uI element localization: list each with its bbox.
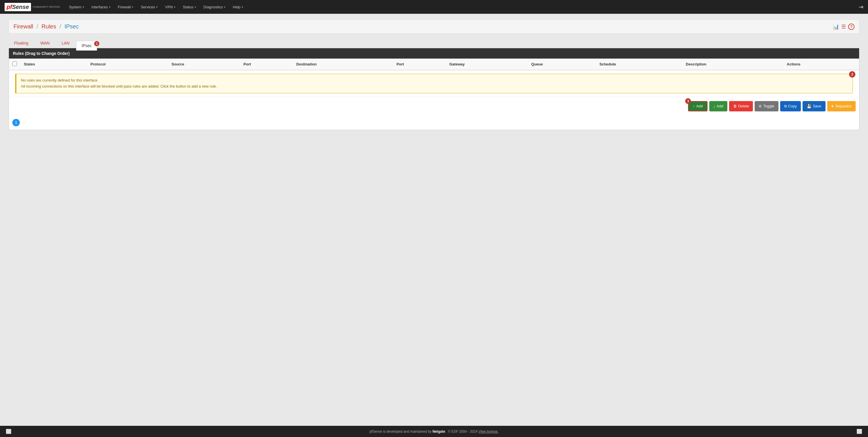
nav-vpn[interactable]: VPN ▾ xyxy=(162,1,179,13)
separator-button[interactable]: + Separator xyxy=(827,101,856,112)
toggle-label: Toggle xyxy=(763,104,774,108)
col-gateway: Gateway xyxy=(446,59,528,70)
nav-status[interactable]: Status ▾ xyxy=(179,1,199,13)
navbar-brand: pfSense COMMUNITY EDITION xyxy=(5,3,60,11)
add-down-label: Add xyxy=(717,104,723,108)
col-schedule: Schedule xyxy=(596,59,682,70)
rules-table-body: No rules are currently defined for this … xyxy=(9,70,859,97)
toggle-button[interactable]: ⊘ Toggle xyxy=(755,101,778,112)
main-content: Firewall / Rules / IPsec 📊 ☰ ? Floating … xyxy=(0,14,868,426)
nav-services[interactable]: Services ▾ xyxy=(137,1,161,13)
no-rules-row: No rules are currently defined for this … xyxy=(9,70,859,97)
add-up-btn-wrap: 3 ↑ Add xyxy=(688,101,707,112)
breadcrumb-rules[interactable]: Rules xyxy=(42,23,56,30)
add-down-icon: ↓ xyxy=(713,104,715,108)
select-all-checkbox[interactable] xyxy=(12,61,17,66)
tab-ipsec[interactable]: IPsec xyxy=(76,41,97,51)
copy-label: Copy xyxy=(788,104,797,108)
step-badge-3: 3 xyxy=(685,98,691,104)
col-port-src: Port xyxy=(240,59,293,70)
footer-text: pfSense is developed and maintained by N… xyxy=(369,430,499,434)
add-up-label: Add xyxy=(696,104,703,108)
separator-icon: + xyxy=(831,104,834,109)
add-up-button[interactable]: ↑ Add xyxy=(688,101,707,112)
warning-line2: All incoming connections on this interfa… xyxy=(21,84,848,90)
col-source: Source xyxy=(168,59,240,70)
nav-help[interactable]: Help ▾ xyxy=(229,1,247,13)
toggle-icon: ⊘ xyxy=(758,104,762,108)
tab-lan[interactable]: LAN xyxy=(56,38,75,48)
tab-ipsec-wrapper: IPsec 1 xyxy=(76,43,97,48)
warning-badge: 2 xyxy=(849,71,856,77)
delete-label: Delete xyxy=(738,104,749,108)
rules-header: Rules (Drag to Change Order) xyxy=(9,48,859,59)
tabs: Floating WAN LAN IPsec 1 xyxy=(9,38,859,48)
nav-firewall[interactable]: Firewall ▾ xyxy=(115,1,137,13)
col-queue: Queue xyxy=(528,59,596,70)
rules-table: States Protocol Source Port Destination … xyxy=(9,59,859,97)
navbar-logo: pfSense xyxy=(5,3,31,11)
footer-copyright: . © ESF 2004 - 2024 xyxy=(446,430,477,434)
tab-floating[interactable]: Floating xyxy=(9,38,34,48)
breadcrumb-current: IPsec xyxy=(64,23,79,30)
copy-button[interactable]: ⧉ Copy xyxy=(780,101,801,112)
col-destination: Destination xyxy=(293,59,393,70)
footer-left-icon[interactable]: ⬜ xyxy=(6,429,11,434)
nav-menu: System ▾ Interfaces ▾ Firewall ▾ Service… xyxy=(65,1,247,13)
breadcrumb-panel: Firewall / Rules / IPsec 📊 ☰ ? xyxy=(9,20,859,34)
footer-right-icon[interactable]: ⬜ xyxy=(857,429,862,434)
breadcrumb-sep-1: / xyxy=(36,23,38,30)
footer-license-link[interactable]: View license. xyxy=(478,430,499,434)
col-actions: Actions xyxy=(783,59,859,70)
info-section: i xyxy=(9,116,859,130)
col-description: Description xyxy=(682,59,783,70)
breadcrumb: Firewall / Rules / IPsec xyxy=(13,23,79,30)
navbar-brand-text: COMMUNITY EDITION xyxy=(33,5,60,9)
tab-wan[interactable]: WAN xyxy=(35,38,55,48)
footer: ⬜ pfSense is developed and maintained by… xyxy=(0,426,868,437)
col-states: States xyxy=(20,59,87,70)
footer-netgate: Netgate xyxy=(433,430,445,434)
footer-middle: is developed and maintained by xyxy=(383,430,433,434)
rules-container: Rules (Drag to Change Order) States Prot… xyxy=(9,48,859,130)
breadcrumb-icons: 📊 ☰ ? xyxy=(833,24,855,30)
rules-table-head: States Protocol Source Port Destination … xyxy=(9,59,859,70)
footer-pfsense: pfSense xyxy=(369,430,382,434)
rules-table-header-row: States Protocol Source Port Destination … xyxy=(9,59,859,70)
actions-row: 3 ↑ Add ↓ Add 🗑 Delete ⊘ Toggle ⧉ Copy xyxy=(9,97,859,116)
navbar: pfSense COMMUNITY EDITION System ▾ Inter… xyxy=(0,0,868,14)
info-icon[interactable]: i xyxy=(12,119,20,126)
warning-line1: No rules are currently defined for this … xyxy=(21,77,848,84)
chart-icon[interactable]: 📊 xyxy=(833,24,839,30)
no-rules-warning: No rules are currently defined for this … xyxy=(15,74,853,93)
breadcrumb-firewall[interactable]: Firewall xyxy=(13,23,33,30)
list-icon[interactable]: ☰ xyxy=(841,24,846,30)
save-icon: 💾 xyxy=(807,104,811,108)
help-icon[interactable]: ? xyxy=(848,24,855,30)
nav-diagnostics[interactable]: Diagnostics ▾ xyxy=(200,1,229,13)
logout-icon[interactable]: ⇥ xyxy=(859,4,863,10)
nav-system[interactable]: System ▾ xyxy=(65,1,87,13)
save-button[interactable]: 💾 Save xyxy=(803,101,826,112)
breadcrumb-sep-2: / xyxy=(59,23,61,30)
add-up-icon: ↑ xyxy=(693,104,694,108)
tab-ipsec-badge: 1 xyxy=(94,41,99,46)
separator-label: Separator xyxy=(835,104,851,108)
nav-interfaces[interactable]: Interfaces ▾ xyxy=(88,1,114,13)
delete-button[interactable]: 🗑 Delete xyxy=(729,101,753,112)
save-label: Save xyxy=(813,104,822,108)
navbar-logout[interactable]: ⇥ xyxy=(859,3,863,10)
col-port-dst: Port xyxy=(393,59,446,70)
col-protocol: Protocol xyxy=(87,59,168,70)
delete-icon: 🗑 xyxy=(733,104,737,108)
col-checkbox xyxy=(9,59,20,70)
add-down-button[interactable]: ↓ Add xyxy=(709,101,727,112)
copy-icon: ⧉ xyxy=(784,104,787,108)
